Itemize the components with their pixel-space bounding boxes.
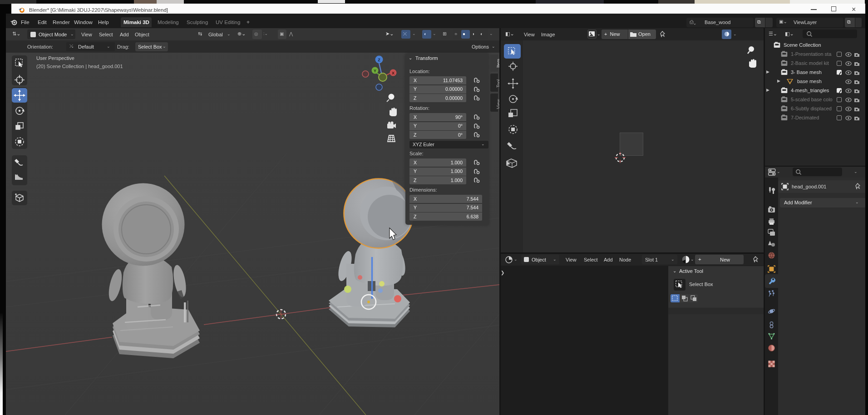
svg-text:Z: Z xyxy=(378,58,380,62)
svg-text:X: X xyxy=(392,71,395,75)
svg-text:Y: Y xyxy=(374,69,376,73)
